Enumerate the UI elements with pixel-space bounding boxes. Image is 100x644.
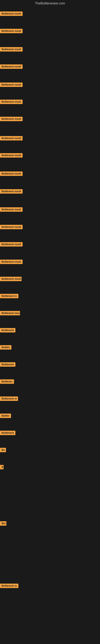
bottleneck-item-12: Bottleneck result <box>0 207 23 212</box>
bottleneck-item-33: Bottleneck re <box>0 584 18 589</box>
bottleneck-item-10: Bottleneck result <box>0 172 23 177</box>
bottleneck-badge-11[interactable]: Bottleneck result <box>0 189 23 194</box>
bottleneck-badge-10[interactable]: Bottleneck result <box>0 172 23 176</box>
bottleneck-item-25: Bottleneck <box>0 431 15 436</box>
bottleneck-badge-15[interactable]: Bottleneck result <box>0 260 23 264</box>
bottleneck-badge-7[interactable]: Bottleneck result <box>0 117 23 121</box>
bottleneck-item-30: Bot <box>0 521 6 526</box>
bottleneck-item-16: Bottleneck result <box>0 277 22 282</box>
bottleneck-badge-2[interactable]: Bottleneck result <box>0 29 23 33</box>
site-title: TheBottlenecker.com <box>0 0 100 7</box>
bottleneck-item-19: Bottleneck <box>0 328 15 333</box>
bottleneck-item-9: Bottleneck result <box>0 153 23 158</box>
bottleneck-item-13: Bottleneck result <box>0 225 23 230</box>
bottleneck-badge-33[interactable]: Bottleneck re <box>0 584 18 588</box>
bottleneck-badge-19[interactable]: Bottleneck <box>0 328 15 332</box>
bottleneck-badge-3[interactable]: Bottleneck result <box>0 47 23 52</box>
bottleneck-item-15: Bottleneck result <box>0 260 23 265</box>
bottleneck-item-7: Bottleneck result <box>0 117 23 122</box>
bottleneck-item-20: Bottlen <box>0 345 11 350</box>
bottleneck-item-26: Bo <box>0 448 6 453</box>
bottleneck-item-23: Bottleneck re <box>0 396 18 402</box>
bottleneck-badge-21[interactable]: Bottleneck <box>0 362 15 367</box>
bottleneck-badge-25[interactable]: Bottleneck <box>0 431 15 435</box>
bottleneck-badge-18[interactable]: Bottleneck resu <box>0 311 20 315</box>
bottleneck-badge-9[interactable]: Bottleneck result <box>0 153 23 158</box>
bottleneck-item-18: Bottleneck resu <box>0 311 20 316</box>
bottleneck-item-14: Bottleneck result <box>0 242 23 247</box>
bottleneck-badge-30[interactable]: Bot <box>0 521 6 526</box>
bottleneck-item-1: Bottleneck result <box>0 12 23 17</box>
bottleneck-badge-6[interactable]: Bottleneck result <box>0 100 23 104</box>
bottleneck-badge-8[interactable]: Bottleneck result <box>0 136 23 140</box>
bottleneck-badge-16[interactable]: Bottleneck result <box>0 277 22 281</box>
bottleneck-item-2: Bottleneck result <box>0 29 23 34</box>
bottleneck-item-11: Bottleneck result <box>0 189 23 194</box>
bottleneck-badge-26[interactable]: Bo <box>0 448 6 452</box>
bottleneck-badge-27[interactable]: B <box>0 465 3 469</box>
bottleneck-item-5: Bottleneck result <box>0 82 23 88</box>
bottleneck-item-27: B <box>0 465 3 470</box>
bottleneck-badge-4[interactable]: Bottleneck result <box>0 64 23 69</box>
bottleneck-item-17: Bottleneck re <box>0 294 18 299</box>
bottleneck-badge-13[interactable]: Bottleneck result <box>0 225 23 229</box>
bottleneck-badge-17[interactable]: Bottleneck re <box>0 294 18 298</box>
bottleneck-badge-24[interactable]: Bottler <box>0 414 11 418</box>
bottleneck-badge-5[interactable]: Bottleneck result <box>0 82 23 87</box>
bottleneck-badge-12[interactable]: Bottleneck result <box>0 207 23 212</box>
bottleneck-badge-23[interactable]: Bottleneck re <box>0 396 18 401</box>
bottleneck-item-8: Bottleneck result <box>0 136 23 141</box>
bottleneck-item-21: Bottleneck <box>0 362 15 368</box>
bottleneck-badge-20[interactable]: Bottlen <box>0 345 11 350</box>
bottleneck-item-22: Bottlenec <box>0 379 14 384</box>
bottleneck-badge-22[interactable]: Bottlenec <box>0 379 14 384</box>
bottleneck-item-24: Bottler <box>0 414 11 419</box>
bottleneck-badge-1[interactable]: Bottleneck result <box>0 12 23 16</box>
bottleneck-item-3: Bottleneck result <box>0 47 23 52</box>
bottleneck-badge-14[interactable]: Bottleneck result <box>0 242 23 246</box>
bottleneck-item-4: Bottleneck result <box>0 64 23 70</box>
bottleneck-item-6: Bottleneck result <box>0 100 23 105</box>
